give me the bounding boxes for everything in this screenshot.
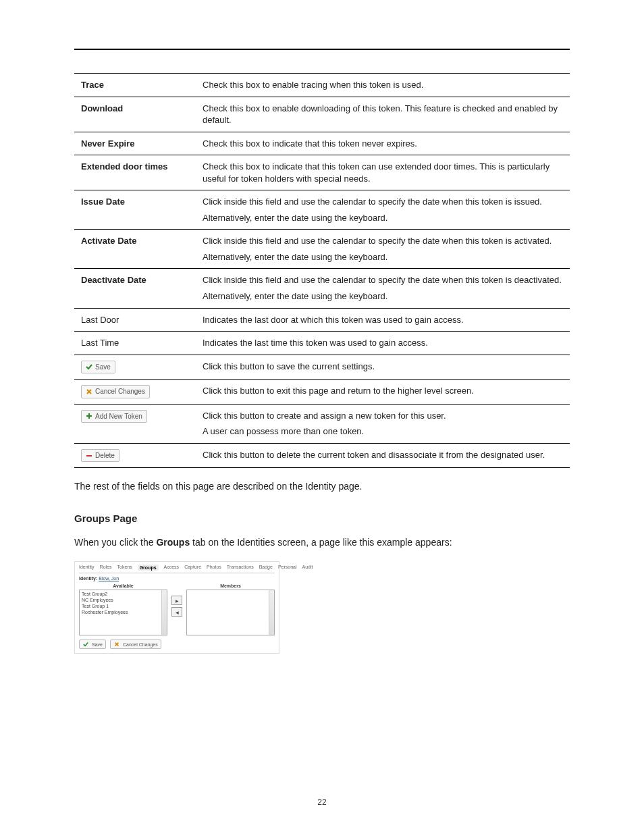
list-item: Test Group 1	[82, 604, 165, 610]
description-paragraph: Check this box to indicate that this tok…	[203, 138, 563, 150]
scrollbar	[161, 590, 167, 635]
svg-rect-0	[86, 455, 92, 457]
list-item: Rochester Employees	[82, 610, 165, 616]
description-paragraph: Click inside this field and use the cale…	[203, 235, 563, 247]
description-paragraph: Click inside this field and use the cale…	[203, 196, 563, 208]
table-row: Issue DateClick inside this field and us…	[74, 190, 570, 230]
table-row: SaveClick this button to save the curren…	[74, 355, 570, 380]
page-number: 22	[0, 798, 644, 807]
description-paragraph: Indicates the last time this token was u…	[203, 337, 563, 349]
description-paragraph: Click this button to create and assign a…	[203, 410, 563, 422]
button-label: Add New Token	[95, 412, 142, 421]
table-row-description: Check this box to enable tracing when th…	[196, 74, 570, 97]
description-paragraph: Indicates the last door at which this to…	[203, 314, 563, 326]
button-label: Cancel Changes	[95, 387, 145, 396]
table-row-description: Indicates the last door at which this to…	[196, 308, 570, 332]
table-row-description: Click this button to exit this page and …	[196, 380, 570, 405]
groups-intro-bold: Groups	[156, 537, 190, 548]
screenshot-tabs: IdentityRolesTokensGroupsAccessCapturePh…	[79, 565, 275, 573]
page-content: TraceCheck this box to enable tracing wh…	[74, 73, 570, 654]
table-row-label: Download	[74, 97, 196, 132]
table-row: Add New TokenClick this button to create…	[74, 404, 570, 443]
check-icon	[86, 363, 92, 370]
screenshot-tab: Roles	[100, 565, 112, 571]
cancel-icon	[113, 641, 120, 648]
screenshot-available-title: Available	[79, 583, 167, 588]
screenshot-tab: Groups	[138, 565, 159, 571]
table-row: Last DoorIndicates the last door at whic…	[74, 308, 570, 332]
table-row-description: Click this button to save the current se…	[196, 355, 570, 380]
list-item: Test Group2	[82, 592, 165, 598]
description-paragraph: Click this button to delete the current …	[203, 449, 563, 461]
table-row-description: Click inside this field and use the cale…	[196, 190, 570, 230]
table-row-description: Check this box to indicate that this tok…	[196, 132, 570, 155]
description-paragraph: Alternatively, enter the date using the …	[203, 290, 563, 303]
description-paragraph: Click this button to exit this page and …	[203, 385, 563, 397]
description-paragraph: Alternatively, enter the date using the …	[203, 251, 563, 263]
groups-intro-prefix: When you click the	[74, 537, 156, 548]
screenshot-lists: Available Test Group2NC EmployeesTest Gr…	[79, 583, 275, 635]
table-row-label: Delete	[74, 443, 196, 468]
description-paragraph: Click this button to save the current se…	[203, 361, 563, 373]
table-row: Never ExpireCheck this box to indicate t…	[74, 132, 570, 155]
scrollbar	[269, 590, 274, 635]
groups-intro-suffix: tab on the Identities screen, a page lik…	[190, 537, 452, 548]
table-row-label: Trace	[74, 74, 196, 97]
table-row: Activate DateClick inside this field and…	[74, 230, 570, 269]
screenshot-tab: Personal	[278, 565, 297, 571]
table-row-description: Click this button to delete the current …	[196, 443, 570, 468]
screenshot-members-listbox	[186, 590, 275, 635]
table-row-description: Check this box to indicate that this tok…	[196, 155, 570, 190]
table-row-description: Indicates the last time this token was u…	[196, 332, 570, 355]
screenshot-tab: Identity	[79, 565, 95, 571]
screenshot-tab: Tokens	[117, 565, 132, 571]
description-paragraph: Check this box to enable tracing when th…	[203, 79, 563, 91]
screenshot-tab: Capture	[184, 565, 201, 571]
table-row: DeleteClick this button to delete the cu…	[74, 443, 570, 468]
screenshot-identity-label: Identity:	[79, 576, 97, 581]
check-icon	[82, 641, 89, 648]
screenshot-tab: Photos	[207, 565, 221, 571]
screenshot-cancel-label: Cancel Changes	[123, 642, 158, 647]
screenshot-members-title: Members	[186, 583, 275, 588]
screenshot-identity-link: Blow, Jon	[99, 576, 119, 581]
table-row-label: Last Time	[74, 332, 196, 355]
screenshot-members-column: Members	[186, 583, 275, 635]
document-page: TraceCheck this box to enable tracing wh…	[0, 0, 644, 834]
screenshot-identity-row: Identity: Blow, Jon	[79, 576, 275, 581]
minus-icon	[86, 452, 92, 459]
table-row-description: Click this button to create and assign a…	[196, 404, 570, 443]
table-row: Deactivate DateClick inside this field a…	[74, 269, 570, 308]
table-row-label: Last Door	[74, 308, 196, 332]
screenshot-tab: Access	[164, 565, 180, 571]
description-paragraph: A user can possess more than one token.	[203, 425, 563, 438]
screenshot-save-label: Save	[92, 642, 103, 647]
screenshot-tab: Transactions	[227, 565, 254, 571]
body-after-table: The rest of the fields on this page are …	[74, 480, 570, 494]
cancel-icon	[86, 388, 92, 395]
delete-button: Delete	[81, 449, 119, 463]
table-row-label: Activate Date	[74, 230, 196, 269]
table-row-label: Save	[74, 355, 196, 380]
description-paragraph: Check this box to indicate that this tok…	[203, 161, 563, 184]
section-heading-groups: Groups Page	[74, 513, 570, 524]
groups-intro: When you click the Groups tab on the Ide…	[74, 536, 570, 550]
table-row: Cancel ChangesClick this button to exit …	[74, 380, 570, 405]
screenshot-tab: Badge	[259, 565, 273, 571]
table-row-label: Never Expire	[74, 132, 196, 155]
screenshot-transfer-arrows: ▶ ◀	[171, 596, 182, 617]
description-paragraph: Click inside this field and use the cale…	[203, 274, 563, 286]
save-button: Save	[81, 361, 115, 374]
table-row-label: Add New Token	[74, 404, 196, 443]
add-new-token-button: Add New Token	[81, 410, 147, 423]
screenshot-save-button: Save	[79, 640, 106, 649]
table-row-description: Click inside this field and use the cale…	[196, 269, 570, 308]
screenshot-tab: Audit	[302, 565, 313, 571]
screenshot-available-listbox: Test Group2NC EmployeesTest Group 1Roche…	[79, 590, 167, 635]
table-row-label: Extended door times	[74, 155, 196, 190]
table-row: TraceCheck this box to enable tracing wh…	[74, 74, 570, 97]
button-label: Save	[95, 363, 111, 372]
table-row-label: Deactivate Date	[74, 269, 196, 308]
move-right-button: ▶	[171, 596, 182, 605]
screenshot-footer-buttons: Save Cancel Changes	[79, 640, 275, 649]
